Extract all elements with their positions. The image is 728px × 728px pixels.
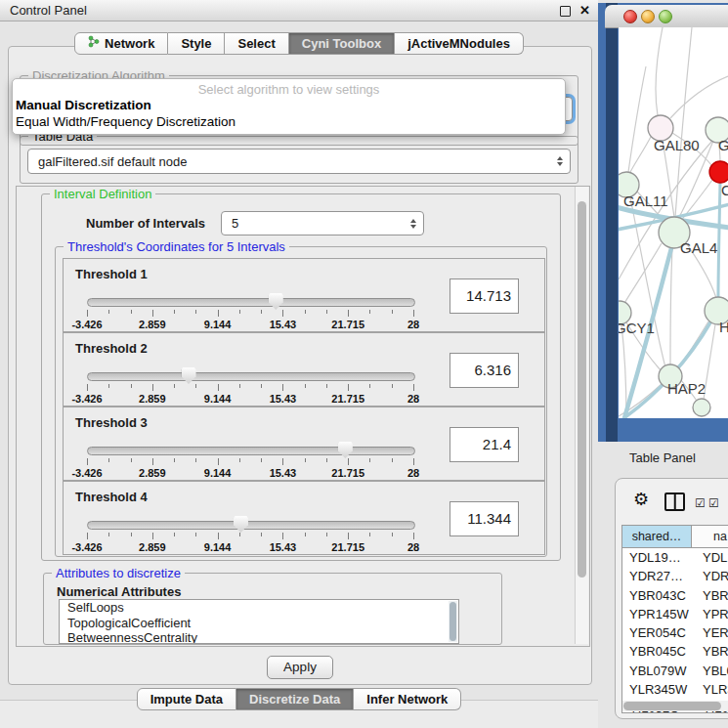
gear-icon[interactable]: ⚙ (633, 489, 649, 510)
tab-label: Network (105, 33, 154, 54)
scrollbar-thumb[interactable] (450, 602, 456, 641)
table-row[interactable]: YBR045CYBR0 (622, 642, 728, 661)
table-data-combobox[interactable]: galFiltered.sif default node (27, 149, 571, 174)
close-traffic-light-icon[interactable] (623, 10, 637, 23)
close-icon[interactable]: ✕ (579, 3, 590, 18)
control-panel-titlebar: Control Panel ✕ (0, 0, 598, 21)
apply-button[interactable]: Apply (267, 656, 333, 679)
slider-track[interactable] (87, 372, 415, 381)
tab-label: jActiveMNodules (407, 33, 510, 54)
node-attribute-table[interactable]: shared… na YDL19…YDL1YDR27…YDR2YBR043CYB… (621, 525, 728, 713)
stepper-icon (410, 219, 416, 229)
table-cell[interactable]: YER054C (622, 623, 692, 642)
slider-thumb[interactable] (269, 293, 283, 310)
zoom-traffic-light-icon[interactable] (659, 10, 672, 23)
table-cell[interactable]: YBR043C (622, 586, 692, 605)
threshold-2-slider[interactable]: -3.4262.8599.14415.4321.71528 (87, 370, 413, 404)
table-cell[interactable]: YDR2 (692, 567, 728, 585)
node-bottom-clipped[interactable] (693, 399, 710, 416)
table-row[interactable]: YBR043CYBR0 (622, 586, 728, 605)
table-cell[interactable]: YBL079W (622, 662, 692, 680)
number-of-intervals-combobox[interactable]: 5 (221, 211, 424, 236)
threshold-3-value-field[interactable]: 21.4 (450, 427, 519, 462)
network-canvas[interactable]: GAL80 GA C GAL11 GAL4 GCY1 H HAP2 (619, 27, 728, 418)
table-horizontal-scrollbar[interactable] (622, 701, 728, 711)
table-row[interactable]: YBL079WYBL0 (622, 662, 728, 680)
column-header-shared-name[interactable]: shared… (622, 526, 692, 547)
slider-track[interactable] (87, 521, 415, 530)
table-cell[interactable]: YLR345W (622, 680, 692, 699)
table-cell[interactable]: YBR0 (692, 586, 728, 605)
table-cell[interactable]: YBR0 (692, 642, 728, 661)
network-window-titlebar[interactable] (605, 5, 728, 28)
column-layout-icon[interactable] (664, 492, 685, 511)
group-legend: Threshold's Coordinates for 5 Intervals (64, 239, 289, 254)
table-row[interactable]: YPR145WYPR1 (622, 605, 728, 623)
network-icon (88, 33, 100, 54)
numerical-attributes-list[interactable]: SelfLoopsTopologicalCoefficientBetweenne… (59, 599, 459, 644)
list-item[interactable]: SelfLoops (60, 600, 458, 616)
slider-track[interactable] (87, 298, 415, 307)
settings-vertical-scrollbar[interactable] (575, 187, 588, 644)
tab-select[interactable]: Select (225, 32, 288, 55)
table-body: YDL19…YDL1YDR27…YDR2YBR043CYBR0YPR145WYP… (622, 548, 728, 713)
threshold-4-slider[interactable]: -3.4262.8599.14415.4321.71528 (87, 519, 413, 552)
tab-jactivemnodules[interactable]: jActiveMNodules (395, 32, 524, 55)
checkbox-icon[interactable]: ☑ (708, 496, 720, 510)
node-label-gal80: GAL80 (654, 137, 700, 153)
table-cell[interactable]: YBL0 (692, 662, 728, 680)
slider-axis-labels: -3.4262.8599.14415.4321.71528 (87, 467, 413, 479)
tab-style[interactable]: Style (168, 32, 225, 55)
table-cell[interactable]: YPR1 (692, 605, 728, 623)
tab-label: Cyni Toolbox (302, 33, 381, 54)
table-row[interactable]: YLR345WYLR3 (622, 680, 728, 699)
tab-label: Style (181, 33, 211, 54)
tab-infer-network[interactable]: Infer Network (354, 688, 461, 710)
tab-discretize-data[interactable]: Discretize Data (236, 688, 354, 710)
scrollbar-thumb[interactable] (623, 702, 721, 710)
slider-track[interactable] (87, 447, 415, 455)
table-cell[interactable]: YDL1 (692, 548, 728, 567)
network-nodes[interactable] (619, 115, 728, 416)
threshold-1-slider[interactable]: -3.4262.8599.14415.4321.71528 (87, 296, 413, 329)
list-item[interactable]: TopologicalCoefficient (60, 616, 458, 631)
slider-thumb[interactable] (338, 442, 353, 458)
list-scrollbar[interactable] (449, 601, 457, 642)
dropdown-option-equal-width-frequency[interactable]: Equal Width/Frequency Discretization (13, 113, 565, 130)
list-item[interactable]: BetweennessCentrality (60, 630, 458, 644)
threshold-4-value-field[interactable]: 11.344 (450, 501, 519, 536)
minimize-traffic-light-icon[interactable] (641, 10, 655, 23)
cyni-mode-tabs: Impute Data Discretize Data Infer Networ… (0, 688, 598, 710)
float-window-icon[interactable] (560, 6, 571, 17)
slider-thumb[interactable] (234, 516, 248, 533)
table-row[interactable]: YDL19…YDL1 (622, 548, 728, 567)
node-selected-red[interactable] (709, 161, 728, 183)
table-cell[interactable]: YBR045C (622, 642, 692, 661)
slider-axis-labels: -3.4262.8599.14415.4321.71528 (87, 541, 413, 553)
scrollbar-thumb[interactable] (578, 201, 586, 578)
combo-value: galFiltered.sif default node (38, 154, 187, 169)
checkbox-icon[interactable]: ☑ (695, 496, 707, 510)
slider-thumb[interactable] (182, 367, 196, 384)
threshold-label: Threshold 1 (75, 267, 148, 281)
column-header-name[interactable]: na (692, 526, 728, 547)
tab-cyni-toolbox[interactable]: Cyni Toolbox (289, 32, 395, 55)
threshold-2-panel: Threshold 2 -3.4262.8599.14415.4321.7152… (63, 332, 545, 407)
dropdown-placeholder: Select algorithm to view settings (13, 82, 565, 97)
table-cell[interactable]: YDR27… (622, 567, 692, 585)
threshold-3-slider[interactable]: -3.4262.8599.14415.4321.71528 (87, 445, 413, 478)
table-row[interactable]: YDR27…YDR2 (622, 567, 728, 585)
table-row[interactable]: YER054CYER0 (622, 623, 728, 642)
tab-label: Select (237, 33, 275, 54)
tab-impute-data[interactable]: Impute Data (137, 688, 236, 710)
table-cell[interactable]: YER0 (692, 623, 728, 642)
tab-label: Infer Network (366, 689, 448, 709)
threshold-label: Threshold 3 (75, 415, 148, 430)
tab-network[interactable]: Network (74, 32, 168, 55)
threshold-1-value-field[interactable]: 14.713 (450, 278, 519, 314)
threshold-2-value-field[interactable]: 6.316 (450, 353, 519, 388)
table-cell[interactable]: YPR145W (622, 605, 692, 623)
table-cell[interactable]: YLR3 (692, 680, 728, 699)
table-cell[interactable]: YDL19… (622, 548, 692, 567)
dropdown-option-manual-discretization[interactable]: Manual Discretization (13, 97, 565, 113)
